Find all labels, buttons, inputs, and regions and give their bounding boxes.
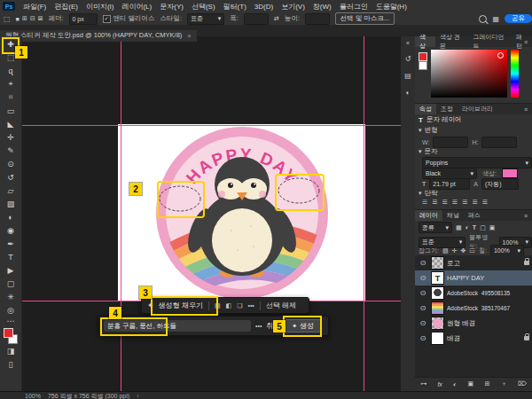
lock-pixels-icon[interactable]: ✛ [452,247,458,254]
foreground-color-swatch[interactable] [4,328,13,338]
eyedropper-tool[interactable]: ◣ [3,117,19,130]
quick-mask-icon[interactable]: ◨ [3,344,19,357]
intersect-selection-mode-icon[interactable]: ⊠ [38,15,43,22]
tab-channels[interactable]: 채널 [442,210,464,221]
layer-row-penguin[interactable]: ʘ AdobeStock_495508135 [415,286,532,301]
transform-icon[interactable]: ❏ [237,302,242,309]
adjustment-layer-icon[interactable]: ▣ [468,380,474,387]
lock-transparency-icon[interactable]: ▨ [442,247,449,254]
new-group-icon[interactable]: ⊞ [485,380,490,387]
lock-all-icon[interactable]: ▭ [469,247,475,254]
menu-3d[interactable]: 3D(D) [254,3,273,11]
edit-toolbar-icon[interactable]: ⋯ [3,317,19,325]
clone-stamp-tool[interactable]: ⊙ [3,157,19,170]
color-panel-menu-icon[interactable]: ≡ [520,36,532,47]
layer-thumbnail[interactable] [431,256,444,270]
layer-row-background[interactable]: ʘ 배경 [415,331,532,346]
layer-thumbnail[interactable] [431,301,444,315]
type-tool[interactable]: T [3,250,19,263]
subtract-selection-mode-icon[interactable]: ⊟ [30,15,35,22]
menu-edit[interactable]: 편집(E) [54,2,78,12]
zoom-level[interactable]: 100% [25,393,41,399]
hand-tool[interactable]: ✳ [3,290,19,303]
visibility-eye-icon[interactable]: ʘ [418,304,428,312]
layer-style-icon[interactable]: fx [437,381,442,387]
crop-tool[interactable]: ⌗ [3,90,19,104]
menu-window[interactable]: 창(W) [313,2,332,12]
visibility-eye-icon[interactable]: ʘ [418,289,428,297]
shape-tool[interactable]: ▢ [3,277,19,290]
menu-type[interactable]: 문자(Y) [160,2,184,12]
justify-right-button[interactable]: ☰ [472,199,477,206]
status-chevron-icon[interactable]: › [137,393,138,399]
pen-tool[interactable]: ✒ [3,237,19,250]
layer-filter-dropdown[interactable]: 종류▾ [419,222,452,233]
background-color-swatch[interactable] [419,61,427,70]
character-section-header[interactable]: ▾ 문자 [419,147,438,156]
prompt-more-icon[interactable]: ••• [255,323,262,329]
transform-section-header[interactable]: ▾ 변형 [419,126,438,135]
filter-adjustment-icon[interactable]: ◐ [466,224,469,231]
brush-tool[interactable]: ✎ [3,144,19,157]
mask-icon[interactable]: ◧ [226,302,232,309]
screen-mode-icon[interactable]: ▯ [3,357,19,371]
paragraph-section-header[interactable]: ▾ 단락 [419,189,438,198]
color-swatches[interactable] [4,328,18,344]
text-color-swatch[interactable] [502,168,518,178]
menu-plugins[interactable]: 플러그인 [340,2,368,12]
frame-tool[interactable]: ▭ [3,104,19,117]
gradient-tool[interactable]: ▧ [3,197,19,210]
feather-input[interactable]: 0 px [69,13,98,25]
width-input[interactable] [244,13,269,25]
justify-all-button[interactable]: ☰ [482,199,488,206]
path-selection-tool[interactable]: ▶ [3,263,19,277]
tab-properties[interactable]: 속성 [415,104,436,114]
text-layer-thumbnail[interactable]: T [431,271,444,285]
collapse-panels-icon[interactable]: « [406,40,410,46]
libraries-panel-icon[interactable]: ▤ [404,72,411,80]
dodge-tool[interactable]: ◉ [3,223,19,237]
blur-tool[interactable]: ◐ [3,210,19,223]
color-field[interactable] [431,50,507,98]
tab-close-icon[interactable]: × [187,32,191,40]
filter-pixel-icon[interactable]: ▦ [456,224,462,231]
align-left-button[interactable]: ☰ [422,199,427,206]
height-input[interactable] [305,13,330,25]
layer-row-logo[interactable]: ʘ 로고 [415,255,532,270]
history-panel-icon[interactable]: ↺ [405,55,411,63]
menu-select[interactable]: 선택(S) [192,2,215,12]
align-right-button[interactable]: ☰ [442,199,448,206]
eraser-tool[interactable]: ▱ [3,184,19,197]
menu-image[interactable]: 이미지(I) [86,2,114,12]
object-selection-tool[interactable]: ⌖ [3,77,19,90]
select-and-mask-button[interactable]: 선택 및 마스크... [335,12,395,25]
menu-help[interactable]: 도움말(H) [376,2,407,12]
anti-alias-checkbox[interactable]: ✓ [103,15,111,23]
workspace-icon[interactable]: ▦ [492,15,499,23]
tab-color[interactable]: 색상 [415,36,435,47]
new-layer-icon[interactable]: ＋ [501,379,507,388]
new-selection-mode-icon[interactable]: ■ [16,16,20,22]
menu-view[interactable]: 보기(V) [281,2,305,12]
justify-center-button[interactable]: ☰ [462,199,467,206]
layers-panel-menu-icon[interactable]: ≡ [520,210,532,221]
layer-mask-icon[interactable]: ◐ [453,381,457,387]
hue-slider[interactable] [511,50,519,98]
layer-row-happy-day[interactable]: ʘ T HAPPY DAY [415,270,532,286]
taskbar-more-icon[interactable]: ••• [247,302,254,309]
visibility-eye-icon[interactable]: ʘ [418,274,428,282]
filter-shape-icon[interactable]: ▢ [480,224,486,231]
transform-height-input[interactable] [481,137,517,148]
delete-layer-icon[interactable]: ⌦ [518,380,527,387]
menu-layer[interactable]: 레이어(L) [121,2,152,12]
lasso-tool[interactable]: ɋ [3,64,19,77]
document-tab[interactable]: 원형 스티커 제작 도안.psd @ 100% (HAPPY DAY, CMYK… [0,30,197,42]
color-field-cursor[interactable] [497,52,504,59]
tab-layers[interactable]: 레이어 [415,210,442,221]
style-dropdown[interactable]: 표준▾ [187,13,224,25]
visibility-eye-icon[interactable]: ʘ [418,259,428,267]
transform-width-input[interactable] [433,137,468,148]
add-selection-mode-icon[interactable]: ⊞ [22,15,27,22]
adjustments-panel-icon[interactable]: ◐ [406,89,411,97]
menu-filter[interactable]: 필터(T) [223,2,246,12]
